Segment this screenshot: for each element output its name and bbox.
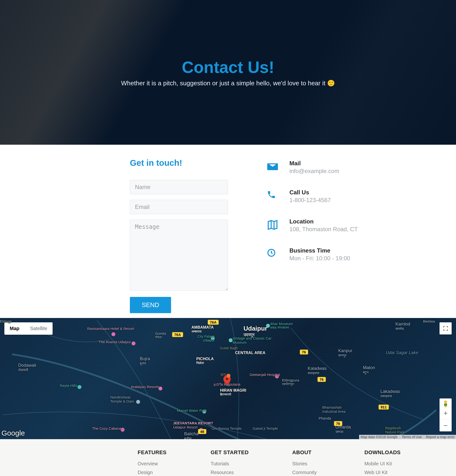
- contact-section: Get in touch! SEND Mail info@example.com: [45, 145, 411, 318]
- footer-col-about: ABOUT Stories Community Blog Careers Bra…: [292, 449, 321, 476]
- footer-link[interactable]: Tutorials: [211, 461, 249, 467]
- footer-link[interactable]: Stories: [292, 461, 321, 467]
- map-area-hiran: HIRAN MAGRI हिरणमगरी: [220, 388, 246, 397]
- map-area-ambamata: AMBAMATA अम्बामाता: [191, 325, 214, 333]
- map-attr-terms[interactable]: Terms of Use: [402, 435, 424, 439]
- info-mail-title: Mail: [289, 160, 339, 167]
- svg-rect-2: [444, 404, 447, 406]
- poi-eklingji: Eklingji: [0, 319, 12, 323]
- poi-dot[interactable]: [266, 324, 270, 328]
- poi-gulabbagh[interactable]: Gulab Bagh: [220, 346, 238, 350]
- map-place-eklingpura: Eklingpura एकलिंगपुरा: [282, 378, 299, 386]
- form-heading: Get in touch!: [130, 158, 228, 168]
- map-section[interactable]: Map Satellite + − Udaipur उदयपुर AMBAMAT…: [0, 318, 456, 439]
- map-place-kamlod: Kamlod कम्लोड: [396, 322, 410, 331]
- poi-gatodji[interactable]: Gatod ji Temple: [253, 426, 278, 430]
- map-place-kanpur: Kanpur कानपुर: [338, 348, 352, 357]
- map-attribution: Map data ©2018 Google Terms of Use Repor…: [359, 435, 456, 439]
- footer-heading: GET STARTED: [211, 449, 249, 456]
- poi-dot[interactable]: [229, 338, 233, 342]
- info-mail: Mail info@example.com: [267, 160, 411, 175]
- poi-bhamashah[interactable]: Bhamashah Industrial Area: [322, 405, 346, 414]
- contact-form-column: Get in touch! SEND: [45, 158, 243, 313]
- email-input[interactable]: [130, 200, 228, 214]
- page-subtitle: Whether it is a pitch, suggestion or jus…: [121, 79, 335, 87]
- info-call-title: Call Us: [289, 189, 331, 196]
- footer-link[interactable]: Web UI Kit: [364, 470, 400, 475]
- poi-gorela: Gorela गोरेला: [155, 331, 166, 339]
- poi-dot[interactable]: [136, 400, 140, 404]
- poi-dot[interactable]: [227, 374, 230, 378]
- zoom-out-button[interactable]: −: [439, 419, 452, 431]
- map-place-lakadwas: Lakadwas लकड्वास: [380, 389, 400, 398]
- page-title: Contact Us!: [182, 58, 274, 76]
- poi-beelwa: Beelwa: [423, 319, 435, 323]
- poi-marvel[interactable]: Marvel Water Park: [177, 408, 207, 413]
- svg-point-1: [444, 400, 447, 403]
- fullscreen-icon[interactable]: [439, 322, 452, 334]
- info-hours: Business Time Mon - Fri: 10:00 - 19:00: [267, 247, 411, 262]
- contact-info-column: Mail info@example.com Call Us 1-800-123-…: [243, 158, 411, 313]
- info-hours-title: Business Time: [289, 247, 350, 254]
- poi-justa[interactable]: juSTa Rajputana: [214, 382, 240, 386]
- zoom-in-button[interactable]: +: [439, 407, 452, 419]
- clock-icon: [267, 248, 276, 257]
- footer-link[interactable]: Resources: [211, 470, 249, 475]
- send-button[interactable]: SEND: [130, 297, 171, 313]
- footer-link[interactable]: Overview: [138, 461, 167, 467]
- map-type-toggle: Map Satellite: [4, 322, 53, 335]
- map-place-kaladwas: Kaladwas कलड्वास: [308, 366, 327, 375]
- phone-icon: [267, 190, 276, 199]
- footer-heading: ABOUT: [292, 449, 321, 456]
- poi-ahar[interactable]: Ahar Museum आहड़ संग्रहालय: [270, 322, 293, 330]
- info-location-value: 108, Thomaston Road, CT: [289, 226, 358, 233]
- footer: FEATURES Overview Design Programming Col…: [0, 439, 456, 476]
- route-shield: 76A: [208, 320, 219, 325]
- poi-sti[interactable]: STI: [220, 373, 226, 377]
- poi-ananta[interactable]: The Ananta Udaipur: [99, 340, 131, 344]
- google-logo: Google: [1, 429, 25, 437]
- poi-dot[interactable]: [111, 332, 115, 336]
- map-area-pichola: PICHOLA पिछोला: [196, 357, 214, 365]
- message-input[interactable]: [130, 220, 228, 291]
- poi-geetanjali[interactable]: Geetanjali Hospital: [250, 373, 280, 377]
- info-location: Location 108, Thomaston Road, CT: [267, 218, 411, 233]
- poi-vcar[interactable]: Vintage and Classic Car Museum: [233, 336, 274, 344]
- poi-dot[interactable]: [132, 341, 135, 345]
- route-shield: 911: [379, 405, 389, 410]
- poi-cozy[interactable]: The Cozy Cabana...: [92, 426, 124, 430]
- route-shield: 76: [317, 377, 326, 382]
- map-place-maton: Maton मटुन: [363, 365, 375, 374]
- poi-nandeshwar[interactable]: Nandeshwar Temple & Dam: [110, 395, 134, 403]
- poi-city-palace[interactable]: City Palace Udaipur: [197, 334, 215, 342]
- name-input[interactable]: [130, 180, 228, 194]
- zoom-controls: + −: [439, 407, 452, 431]
- fullscreen-button[interactable]: [439, 322, 452, 334]
- hero-section: Contact Us! Whether it is a pitch, sugge…: [0, 0, 456, 145]
- poi-jeevantara[interactable]: JEEVANTARA RESORT Udaipur Resort: [173, 421, 213, 429]
- map-area-central: CENTRAL AREA: [235, 351, 265, 355]
- poi-ravisankaara[interactable]: Ravisankaara Hotel & Resort: [87, 326, 134, 331]
- info-call-value: 1-800-123-4567: [289, 197, 331, 204]
- poi-rayta[interactable]: Rayta Hills: [60, 383, 77, 388]
- poi-bagdarah[interactable]: Bagdarah Nature Park: [385, 426, 405, 434]
- poi-ombanna[interactable]: Om Banna Temple: [211, 426, 242, 430]
- footer-heading: FEATURES: [138, 449, 167, 456]
- mail-icon: [267, 161, 279, 173]
- route-shield: 76: [334, 421, 342, 426]
- map-place-bujra: Bujra बुजरा: [140, 356, 150, 366]
- map-tab-satellite[interactable]: Satellite: [25, 322, 53, 335]
- poi-dot[interactable]: [77, 385, 81, 389]
- poi-aralaiyas[interactable]: Aralaiyas Resorts: [131, 385, 160, 389]
- footer-col-getstarted: GET STARTED Tutorials Resources Guides E…: [211, 449, 249, 476]
- map-tab-map[interactable]: Map: [4, 322, 25, 335]
- footer-link[interactable]: Community: [292, 470, 321, 475]
- map-attr-report[interactable]: Report a map error: [426, 435, 455, 439]
- map-place-phanda: Phanda: [319, 416, 331, 420]
- info-location-title: Location: [289, 218, 358, 225]
- map-icon: [267, 219, 279, 231]
- footer-link[interactable]: Mobile UI Kit: [364, 461, 400, 467]
- footer-link[interactable]: Design: [138, 470, 167, 475]
- map-place-balicha: Balicha बलीचा: [184, 431, 198, 439]
- map-attr-data: Map data ©2018 Google: [361, 435, 400, 439]
